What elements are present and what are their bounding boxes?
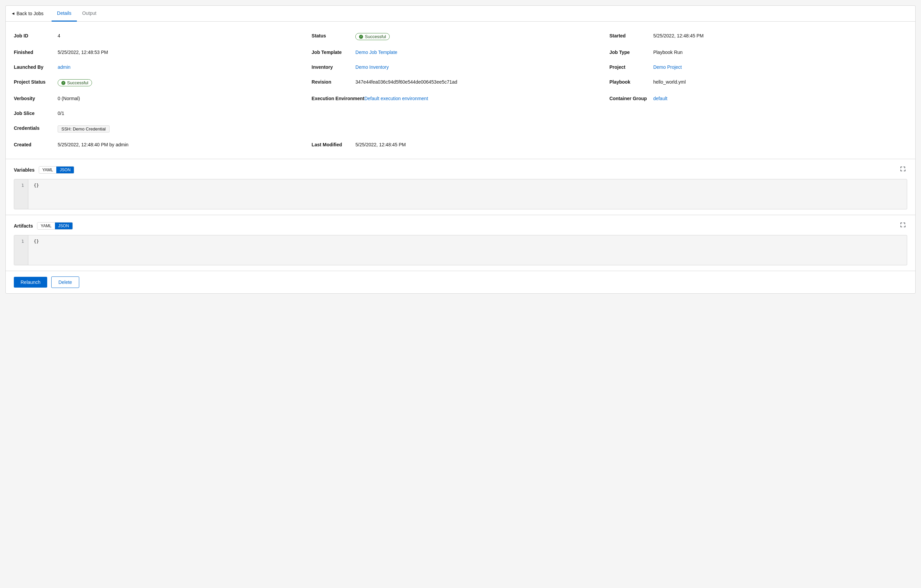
launched-by-label: Launched By <box>14 64 58 70</box>
variables-code-block: 1 {} <box>14 179 907 209</box>
execution-env-cell: Execution Environment Default execution … <box>311 91 609 106</box>
credentials-cell: Credentials SSH: Demo Credential <box>14 121 311 137</box>
job-template-label: Job Template <box>311 50 355 55</box>
container-group-link[interactable]: default <box>653 96 667 101</box>
tab-output[interactable]: Output <box>77 6 102 21</box>
variables-yaml-btn[interactable]: YAML <box>39 166 57 173</box>
inventory-link[interactable]: Demo Inventory <box>355 64 389 70</box>
container-group-cell: Container Group default <box>610 91 907 106</box>
variables-toggle-group: YAML JSON <box>39 166 75 174</box>
project-cell: Project Demo Project <box>610 60 907 75</box>
back-to-jobs-link[interactable]: ◄ Back to Jobs <box>11 7 49 20</box>
created-date: 5/25/2022, 12:48:40 PM by <box>58 142 114 147</box>
details-row-8: Created 5/25/2022, 12:48:40 PM by admin … <box>14 137 907 152</box>
status-label: Status <box>311 33 355 38</box>
project-link[interactable]: Demo Project <box>653 64 682 70</box>
inventory-label: Inventory <box>311 64 355 70</box>
status-dot-icon: ✓ <box>359 35 363 39</box>
status-value: Successful <box>365 34 386 39</box>
job-id-label: Job ID <box>14 33 58 38</box>
started-value: 5/25/2022, 12:48:45 PM <box>653 33 703 38</box>
variables-title: Variables <box>14 167 35 173</box>
execution-env-link[interactable]: Default execution environment <box>364 96 428 101</box>
job-template-link[interactable]: Demo Job Template <box>355 50 397 55</box>
credential-tag: SSH: Demo Credential <box>58 125 109 132</box>
variables-line-1: 1 <box>21 183 24 188</box>
artifacts-header: Artifacts YAML JSON <box>6 215 915 234</box>
playbook-cell: Playbook hello_world.yml <box>610 75 907 91</box>
revision-cell: Revision 347e44fea036c94d5f60e544de00645… <box>311 75 609 91</box>
finished-label: Finished <box>14 50 58 55</box>
details-section: Job ID 4 Status ✓ Successful Started 5/2… <box>6 21 915 159</box>
job-type-label: Job Type <box>610 50 653 55</box>
credentials-label: Credentials <box>14 125 58 131</box>
variables-code-content[interactable]: {} <box>28 179 907 209</box>
job-id-value: 4 <box>58 33 60 38</box>
verbosity-value: 0 (Normal) <box>58 96 80 101</box>
tab-details[interactable]: Details <box>52 6 77 21</box>
playbook-label: Playbook <box>610 79 653 85</box>
project-status-dot-icon: ✓ <box>61 81 65 85</box>
job-type-value: Playbook Run <box>653 50 683 55</box>
last-modified-value: 5/25/2022, 12:48:45 PM <box>355 142 405 147</box>
details-row-1: Job ID 4 Status ✓ Successful Started 5/2… <box>14 28 907 45</box>
back-arrow-icon: ◄ <box>11 11 15 16</box>
artifacts-yaml-btn[interactable]: YAML <box>37 223 55 229</box>
created-by-link[interactable]: admin <box>116 142 129 147</box>
verbosity-label: Verbosity <box>14 96 58 101</box>
project-status-label: Project Status <box>14 79 58 85</box>
details-row-7: Credentials SSH: Demo Credential <box>14 121 907 137</box>
variables-json-btn[interactable]: JSON <box>56 166 74 173</box>
tab-bar: ◄ Back to Jobs Details Output <box>6 6 915 21</box>
playbook-value: hello_world.yml <box>653 79 686 85</box>
started-cell: Started 5/25/2022, 12:48:45 PM <box>610 28 907 45</box>
job-template-cell: Job Template Demo Job Template <box>311 45 609 60</box>
job-id-cell: Job ID 4 <box>14 28 311 45</box>
artifacts-line-numbers: 1 <box>14 235 28 265</box>
job-type-cell: Job Type Playbook Run <box>610 45 907 60</box>
revision-label: Revision <box>311 79 355 85</box>
job-slice-value: 0/1 <box>58 111 64 116</box>
expand-icon-2 <box>900 222 906 228</box>
artifacts-line-1: 1 <box>21 239 24 244</box>
verbosity-cell: Verbosity 0 (Normal) <box>14 91 311 106</box>
project-status-badge: ✓ Successful <box>58 79 92 86</box>
project-label: Project <box>610 64 653 70</box>
job-slice-label: Job Slice <box>14 111 58 116</box>
variables-line-numbers: 1 <box>14 179 28 209</box>
finished-value: 5/25/2022, 12:48:53 PM <box>58 50 108 55</box>
artifacts-expand-button[interactable] <box>898 220 907 231</box>
project-status-value: Successful <box>67 80 88 85</box>
back-link-label: Back to Jobs <box>16 11 44 16</box>
launched-by-cell: Launched By admin <box>14 60 311 75</box>
relaunch-button[interactable]: Relaunch <box>14 277 47 288</box>
details-row-4: Project Status ✓ Successful Revision 347… <box>14 75 907 91</box>
revision-value: 347e44fea036c94d5f60e544de006453ee5c71ad <box>355 79 457 85</box>
container-group-label: Container Group <box>610 96 653 101</box>
status-badge: ✓ Successful <box>355 33 390 40</box>
artifacts-code-block: 1 {} <box>14 235 907 265</box>
artifacts-json-btn[interactable]: JSON <box>55 223 73 229</box>
last-modified-label: Last Modified <box>311 142 355 147</box>
last-modified-cell: Last Modified 5/25/2022, 12:48:45 PM <box>311 137 609 152</box>
artifacts-code-content[interactable]: {} <box>28 235 907 265</box>
expand-icon <box>900 166 906 172</box>
delete-button[interactable]: Delete <box>51 277 79 288</box>
launched-by-link[interactable]: admin <box>58 64 70 70</box>
variables-expand-button[interactable] <box>898 165 907 175</box>
created-value: 5/25/2022, 12:48:40 PM by admin <box>58 142 129 147</box>
status-cell: Status ✓ Successful <box>311 28 609 45</box>
project-status-cell: Project Status ✓ Successful <box>14 75 311 91</box>
action-bar: Relaunch Delete <box>6 271 915 293</box>
finished-cell: Finished 5/25/2022, 12:48:53 PM <box>14 45 311 60</box>
created-label: Created <box>14 142 58 147</box>
inventory-cell: Inventory Demo Inventory <box>311 60 609 75</box>
created-cell: Created 5/25/2022, 12:48:40 PM by admin <box>14 137 311 152</box>
execution-env-label: Execution Environment <box>311 96 364 101</box>
variables-header: Variables YAML JSON <box>6 159 915 178</box>
details-row-5: Verbosity 0 (Normal) Execution Environme… <box>14 91 907 106</box>
artifacts-title: Artifacts <box>14 223 33 229</box>
artifacts-toggle-group: YAML JSON <box>37 222 73 230</box>
details-row-3: Launched By admin Inventory Demo Invento… <box>14 60 907 75</box>
job-slice-cell: Job Slice 0/1 <box>14 106 311 121</box>
